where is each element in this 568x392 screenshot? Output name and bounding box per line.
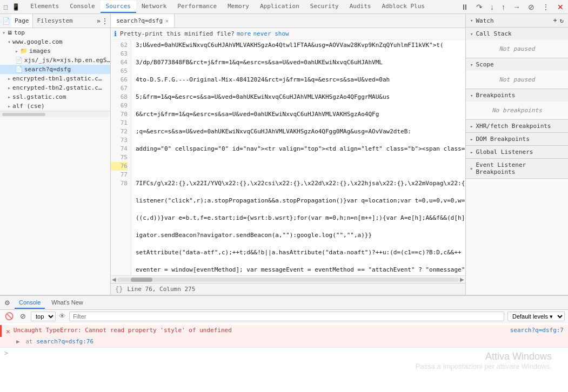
console-area: ⚙ Console What's New 🚫 ⊘ top 👁 Default l… — [0, 295, 568, 392]
left-panel: 📄 Page Filesystem » ⋮ ▾ 🖥 top ▾ www.goog… — [0, 14, 111, 295]
console-level-select[interactable]: Default levels ▾ — [507, 312, 565, 321]
chevron-events: ▸ — [470, 166, 473, 171]
console-input-area[interactable] — [11, 350, 564, 357]
tree-label-search: search?q=dsfg — [24, 66, 71, 73]
section-global-header[interactable]: ▸ Global Listeners — [466, 146, 568, 158]
section-callstack-header[interactable]: ▾ Call Stack — [466, 28, 568, 40]
tab-adblock[interactable]: Adblock Plus — [377, 1, 430, 13]
file-tree-scrollbar[interactable] — [0, 111, 110, 117]
tab-sources[interactable]: Sources — [101, 1, 136, 13]
console-settings-btn[interactable]: ⚙ — [2, 298, 12, 308]
pretty-print-icon[interactable]: {} — [115, 286, 123, 293]
inspect-icon[interactable]: ⬚ — [2, 2, 9, 12]
pretty-print-more-link[interactable]: more — [237, 30, 251, 37]
tree-label-ssl: ssl.gstatic.com — [12, 93, 66, 100]
eye-icon: 👁 — [59, 312, 66, 320]
h-scroll-area[interactable]: ◀ ▶ — [111, 275, 465, 283]
tree-item-google[interactable]: ▾ www.google.com — [0, 37, 110, 46]
console-context-select[interactable]: top — [31, 312, 56, 321]
section-watch-header[interactable]: ▾ Watch + ↻ — [466, 14, 568, 27]
tree-item-tbn1[interactable]: ▸ encrypted-tbn1.gstatic.c… — [0, 74, 110, 83]
h-scroll-track[interactable] — [117, 278, 459, 282]
step-button[interactable]: → — [511, 2, 523, 12]
section-events-header[interactable]: ▸ Event Listener Breakpoints — [466, 159, 568, 178]
tab-application[interactable]: Application — [255, 1, 305, 13]
clear-console-button[interactable]: 🚫 — [3, 312, 15, 321]
source-tab-label: search?q=dsfg — [116, 17, 163, 24]
folder-icon: 📁 — [20, 48, 28, 55]
section-dom-label: DOM Breakpoints — [476, 136, 529, 143]
refresh-watch-icon[interactable]: ↻ — [560, 17, 564, 24]
section-breakpoints-header[interactable]: ▾ Breakpoints — [466, 89, 568, 102]
tab-console-btn[interactable]: Console — [15, 297, 45, 309]
tree-label-alf: alf (cse) — [12, 103, 45, 110]
info-icon: ℹ — [114, 30, 117, 38]
tree-item-alf[interactable]: ▸ alf (cse) — [0, 102, 110, 111]
tab-page[interactable]: Page — [11, 14, 33, 28]
tab-memory[interactable]: Memory — [222, 1, 255, 13]
callstack-not-paused: Not paused — [472, 43, 562, 55]
tree-label-tbn2: encrypted-tbn2.gstatic.c… — [12, 84, 102, 91]
content-area: 📄 Page Filesystem » ⋮ ▾ 🖥 top ▾ www.goog… — [0, 14, 568, 295]
tree-item-tbn2[interactable]: ▸ encrypted-tbn2.gstatic.c… — [0, 83, 110, 92]
tab-performance[interactable]: Performance — [172, 1, 222, 13]
expand-detail-btn[interactable]: ▶ — [16, 338, 20, 345]
error-icon: ✕ — [6, 327, 10, 335]
section-scope: ▾ Scope Not paused — [466, 58, 568, 89]
pause-button[interactable]: ⏸ — [459, 2, 471, 12]
tree-item-images[interactable]: ▸ 📁 images — [0, 46, 110, 56]
close-tab-icon[interactable]: ✕ — [165, 18, 169, 24]
code-area[interactable]: 62 63 64 65 66 67 68 69 70 71 72 73 74 7… — [111, 40, 465, 275]
tab-audits[interactable]: Audits — [344, 1, 377, 13]
file-tree-scroll-thumb — [2, 113, 45, 116]
tab-filesystem[interactable]: Filesystem — [34, 16, 76, 25]
chevron-scope: ▾ — [470, 62, 473, 67]
console-filter-input[interactable] — [69, 312, 504, 321]
tab-console[interactable]: Console — [64, 1, 100, 13]
tree-item-ssl[interactable]: ▸ ssl.gstatic.com — [0, 92, 110, 102]
arrow-icon: ▸ — [8, 85, 11, 91]
tab-whatsnew-btn[interactable]: What's New — [47, 297, 87, 309]
chevron-dom: ▸ — [470, 137, 473, 142]
section-scope-header[interactable]: ▾ Scope — [466, 58, 568, 71]
console-tabs: ⚙ Console What's New — [0, 296, 568, 310]
add-folder-icon[interactable]: ⋮ — [102, 17, 108, 25]
arrow-icon: ▸ — [8, 94, 11, 100]
step-into-button[interactable]: ↓ — [488, 2, 496, 12]
console-toolbar: 🚫 ⊘ top 👁 Default levels ▾ — [0, 310, 568, 323]
scroll-right-button[interactable]: ▶ — [460, 276, 464, 282]
section-xhr-label: XHR/fetch Breakpoints — [476, 123, 551, 130]
more-sources-icon[interactable]: » — [97, 17, 101, 25]
scroll-left-button[interactable]: ◀ — [112, 276, 116, 282]
step-out-button[interactable]: ↑ — [499, 2, 507, 12]
source-tab-search[interactable]: search?q=dsfg ✕ — [111, 14, 175, 28]
add-watch-icon[interactable]: + — [553, 17, 557, 24]
more-button[interactable]: ⋮ — [540, 2, 552, 12]
section-dom-header[interactable]: ▸ DOM Breakpoints — [466, 133, 568, 145]
section-callstack: ▾ Call Stack Not paused — [466, 28, 568, 58]
chevron-global: ▸ — [470, 150, 473, 155]
error-source-link[interactable]: search?q=dsfg:7 — [510, 327, 564, 334]
top-tab-bar: ⬚ 📱 Elements Console Sources Network Per… — [0, 0, 568, 14]
section-scope-label: Scope — [476, 61, 493, 68]
section-breakpoints: ▾ Breakpoints No breakpoints — [466, 89, 568, 120]
tree-item-search[interactable]: 📄 search?q=dsfg — [0, 65, 110, 74]
tree-item-top[interactable]: ▾ 🖥 top — [0, 28, 110, 37]
section-xhr-header[interactable]: ▸ XHR/fetch Breakpoints — [466, 120, 568, 132]
section-events-label: Event Listener Breakpoints — [476, 161, 564, 175]
tab-network[interactable]: Network — [136, 1, 172, 13]
device-icon[interactable]: 📱 — [10, 2, 22, 12]
pretty-print-notice: Pretty-print this minified file? more ne… — [120, 30, 289, 37]
step-over-button[interactable]: ↷ — [474, 2, 485, 12]
tab-security[interactable]: Security — [305, 1, 344, 13]
close-button[interactable]: ✕ — [555, 2, 566, 12]
filter-toggle-button[interactable]: ⊘ — [18, 312, 28, 321]
pretty-print-never-link[interactable]: never show — [253, 30, 289, 37]
tab-elements[interactable]: Elements — [25, 1, 64, 13]
code-content: 3;U&ved=0ahUKEwiNxvqC6uHJAhVMLVAKHSgzAo4… — [131, 40, 465, 275]
section-breakpoints-label: Breakpoints — [476, 92, 515, 99]
deactivate-bp-button[interactable]: ⊘ — [526, 2, 537, 12]
error-detail-link[interactable]: search?q=dsfg:76 — [36, 338, 93, 345]
tree-item-xjs[interactable]: 📄 xjs/_js/k=xjs.hp.en.egS… — [0, 56, 110, 65]
tree-label-images: images — [29, 48, 51, 55]
